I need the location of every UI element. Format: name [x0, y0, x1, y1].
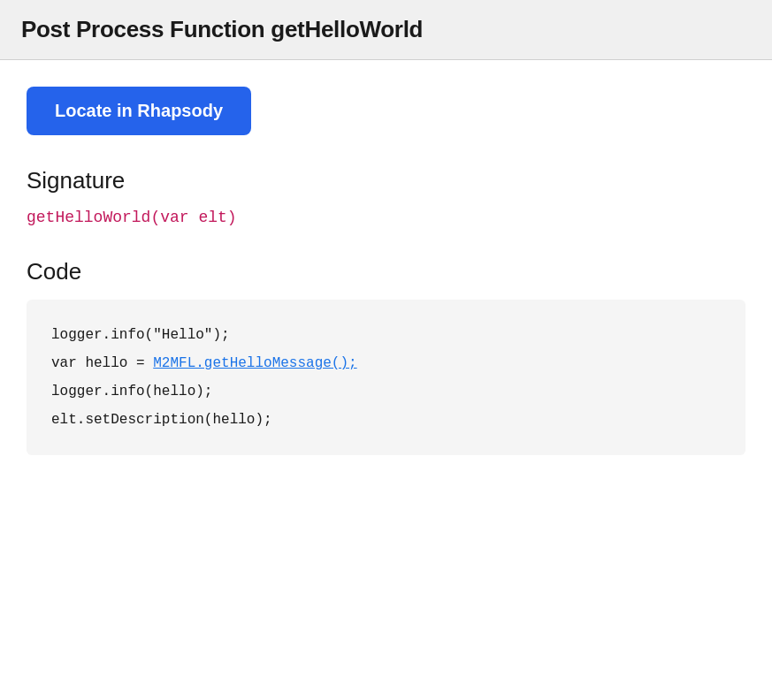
locate-in-rhapsody-button[interactable]: Locate in Rhapsody	[27, 87, 251, 135]
code-line-3: logger.info(hello);	[51, 377, 721, 406]
code-line-4: elt.setDescription(hello);	[51, 406, 721, 434]
code-block: logger.info("Hello"); var hello = M2MFL.…	[27, 300, 745, 455]
page-title: Post Process Function getHelloWorld	[21, 16, 751, 43]
page-header: Post Process Function getHelloWorld	[0, 0, 772, 60]
code-section: Code logger.info("Hello"); var hello = M…	[27, 258, 745, 455]
code-line-2: var hello = M2MFL.getHelloMessage();	[51, 349, 721, 377]
signature-section: Signature getHelloWorld(var elt)	[27, 167, 745, 226]
code-heading: Code	[27, 258, 745, 285]
page-container: Post Process Function getHelloWorld Loca…	[0, 0, 772, 482]
code-line-1: logger.info("Hello");	[51, 321, 721, 349]
signature-heading: Signature	[27, 167, 745, 194]
page-content: Locate in Rhapsody Signature getHelloWor…	[0, 60, 772, 482]
m2mfl-link[interactable]: M2MFL.getHelloMessage();	[153, 355, 356, 371]
signature-code: getHelloWorld(var elt)	[27, 209, 745, 226]
